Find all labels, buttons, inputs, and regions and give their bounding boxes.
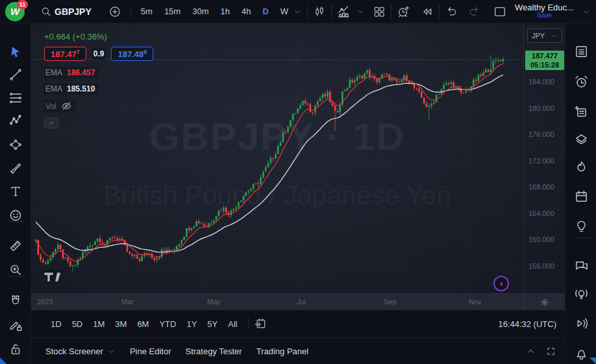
volume-row[interactable]: Vol xyxy=(44,99,76,113)
range-1d[interactable]: 1D xyxy=(45,317,67,332)
pattern-icon[interactable] xyxy=(6,112,25,130)
notes-plus-icon[interactable] xyxy=(572,103,590,121)
object-tree-icon[interactable] xyxy=(572,130,590,148)
layout-grid-icon[interactable] xyxy=(373,5,386,18)
range-all[interactable]: All xyxy=(223,317,242,332)
currency-label: JPY xyxy=(532,32,545,40)
range-6m[interactable]: 6M xyxy=(132,317,154,332)
ideas-bulb-icon[interactable] xyxy=(572,217,590,235)
divider xyxy=(573,237,589,238)
ema-label: EMA xyxy=(45,84,62,93)
candles-style-icon[interactable] xyxy=(313,5,326,18)
ema-fast-row[interactable]: EMA 186.457 xyxy=(44,67,99,79)
collapse-legend-button[interactable] xyxy=(44,117,58,128)
tradingview-logo-icon[interactable] xyxy=(42,269,70,285)
calendar-icon[interactable] xyxy=(572,187,590,205)
range-ytd[interactable]: YTD xyxy=(154,317,181,332)
drawing-toolbar xyxy=(0,23,31,364)
drawing-mode-lock-icon[interactable] xyxy=(6,316,25,334)
tab-trading-panel[interactable]: Trading Panel xyxy=(256,346,308,356)
range-1y[interactable]: 1Y xyxy=(181,317,202,332)
price-axis[interactable]: JPY 187.477 05:15:28 184.000180.000176.0… xyxy=(523,23,565,293)
price-change-text: +0.664 (+0.36%) xyxy=(44,32,153,42)
timeframe-4h[interactable]: 4h xyxy=(237,4,255,19)
eye-off-icon[interactable] xyxy=(61,101,72,112)
alerts-clock-icon[interactable] xyxy=(572,73,590,91)
separator xyxy=(248,317,249,330)
timeframe-5m[interactable]: 5m xyxy=(136,4,157,19)
notifications-bell-icon[interactable] xyxy=(572,344,590,362)
chevron-down-icon[interactable] xyxy=(107,347,116,356)
brush-icon[interactable] xyxy=(6,159,25,177)
panel-maximize-icon[interactable] xyxy=(546,346,556,356)
forecast-icon[interactable] xyxy=(6,136,25,154)
indicators-icon[interactable] xyxy=(337,5,351,19)
resize-corner[interactable] xyxy=(0,358,6,364)
layout-chevron-icon[interactable] xyxy=(582,7,591,16)
user-menu[interactable]: W 11 xyxy=(0,0,31,23)
time-axis[interactable]: 2023MarMayJulSepNov xyxy=(31,293,565,310)
separator xyxy=(439,5,440,19)
range-3m[interactable]: 3M xyxy=(110,317,132,332)
price-tick-label: 172.000 xyxy=(528,157,554,165)
buy-button[interactable]: 187.486 xyxy=(111,47,153,61)
save-button[interactable]: Save xyxy=(537,12,552,19)
bottom-toolbar: 1D5D1M3M6MYTD1Y5YAll 16:44:32 (UTC) xyxy=(31,310,565,337)
eye-icon[interactable] xyxy=(6,359,25,364)
tab-stock-screener[interactable]: Stock Screener xyxy=(45,346,116,356)
timeframe-15m[interactable]: 15m xyxy=(160,4,185,19)
clock-utc[interactable]: 16:44:32 (UTC) xyxy=(498,319,556,329)
notification-badge: 11 xyxy=(17,0,28,9)
chart-area[interactable]: GBPJPY · 1D British Pound / Japanese Yen… xyxy=(31,23,565,293)
search-icon[interactable] xyxy=(40,6,52,18)
chat-icon[interactable] xyxy=(572,256,590,274)
go-to-date-icon[interactable] xyxy=(254,317,267,330)
timeframe-1h[interactable]: 1h xyxy=(216,4,234,19)
time-label-may: May xyxy=(207,298,221,306)
range-1m[interactable]: 1M xyxy=(88,317,110,332)
indicators-chevron-icon[interactable] xyxy=(356,7,365,16)
text-tool-icon[interactable] xyxy=(6,182,25,200)
time-label-sep: Sep xyxy=(384,298,397,306)
sell-button[interactable]: 187.477 xyxy=(44,47,86,61)
trend-line-icon[interactable] xyxy=(6,66,25,84)
tab-pine-editor[interactable]: Pine Editor xyxy=(130,346,171,356)
range-5d[interactable]: 5D xyxy=(67,317,88,332)
right-sidebar xyxy=(565,23,596,364)
tab-strategy-tester[interactable]: Strategy Tester xyxy=(185,346,242,356)
ema-slow-row[interactable]: EMA 185.510 xyxy=(44,83,99,95)
layout-box-icon[interactable] xyxy=(493,5,507,19)
layout-name-button[interactable]: Wealthy Educ... Save xyxy=(515,4,574,19)
timeframe-30m[interactable]: 30m xyxy=(188,4,213,19)
separator xyxy=(130,5,131,19)
range-5y[interactable]: 5Y xyxy=(202,317,223,332)
currency-selector[interactable]: JPY xyxy=(527,29,562,43)
compare-add-icon[interactable] xyxy=(108,5,121,18)
watchlist-icon[interactable] xyxy=(572,42,590,60)
chevron-down-icon[interactable] xyxy=(293,7,302,16)
fib-retracement-icon[interactable] xyxy=(6,89,25,107)
timeframe-W[interactable]: W xyxy=(276,4,293,19)
symbol-search-button[interactable]: GBPJPY xyxy=(55,6,92,17)
tabs-right-controls xyxy=(526,346,556,356)
ruler-icon[interactable] xyxy=(6,237,25,255)
lock-all-icon[interactable] xyxy=(6,340,25,358)
price-tick-label: 156.000 xyxy=(528,262,554,270)
timeframe-D[interactable]: D xyxy=(258,4,273,19)
undo-icon[interactable] xyxy=(445,5,458,18)
axis-settings-corner[interactable] xyxy=(523,294,565,311)
time-label-2023: 2023 xyxy=(37,298,53,306)
resize-corner[interactable] xyxy=(590,358,596,364)
redo-icon[interactable] xyxy=(468,5,481,18)
separator xyxy=(307,5,308,19)
streams-play-icon[interactable] xyxy=(572,314,590,332)
alert-plus-icon[interactable] xyxy=(397,5,410,18)
hotlist-flame-icon[interactable] xyxy=(572,158,590,176)
bid-ask-row: 187.477 0.9 187.486 xyxy=(44,47,153,61)
bar-replay-icon[interactable] xyxy=(421,5,434,18)
cursor-icon[interactable] xyxy=(6,43,25,61)
panel-expand-chevron-icon[interactable] xyxy=(526,346,536,356)
magnet-icon[interactable] xyxy=(6,292,25,310)
streams-bulb-icon[interactable] xyxy=(572,284,590,302)
quick-trade-flash-button[interactable] xyxy=(493,276,509,291)
